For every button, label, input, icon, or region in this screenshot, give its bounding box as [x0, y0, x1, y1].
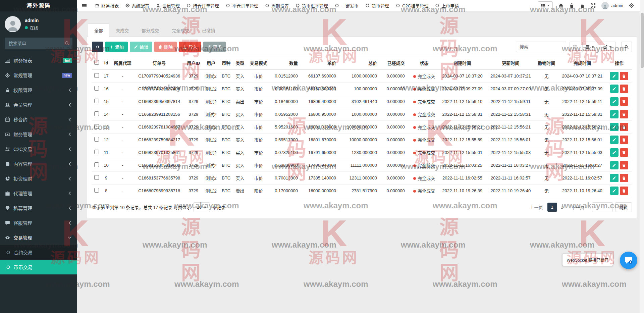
cell-price: 16791.650000 [303, 146, 341, 159]
topnav-item-exchange-rate[interactable]: 货币汇率管理 [292, 0, 331, 11]
import-button[interactable]: 导入 [179, 42, 201, 52]
table-search-input[interactable] [516, 42, 566, 52]
row-edit-button[interactable] [610, 174, 619, 182]
select-all-cell [92, 56, 101, 70]
cell-status: 完全成交 [410, 134, 438, 146]
row-checkbox[interactable] [94, 175, 99, 180]
select-all-checkbox[interactable] [94, 60, 99, 65]
topnav-item-position-order[interactable]: 持仓订单管理 [183, 0, 222, 11]
export-button[interactable] [600, 42, 616, 52]
tab-partial[interactable]: 部分成交 [135, 23, 165, 37]
toggle-view-button[interactable] [570, 42, 580, 52]
page-size-dropdown[interactable]: 10 [193, 202, 210, 212]
more-button[interactable]: 更多 [203, 42, 226, 52]
settings-gear-icon[interactable] [629, 3, 634, 8]
tab-filled[interactable]: 完全成交 [165, 23, 196, 37]
sidebar-item-second-contract[interactable]: 秒合约 [0, 112, 77, 127]
topnav-item-finance-report[interactable]: 财务报表 [92, 0, 122, 11]
row-delete-button[interactable] [620, 161, 628, 169]
chat-widget-button[interactable] [620, 252, 637, 269]
topnav-username[interactable]: admin [611, 3, 623, 8]
search-icon[interactable] [65, 41, 69, 46]
fullscreen-icon[interactable] [591, 3, 596, 8]
jump-button[interactable]: 跳转 [615, 202, 632, 212]
row-delete-button[interactable] [620, 97, 628, 106]
row-edit-button[interactable] [610, 187, 619, 195]
add-button[interactable]: 添加 [105, 42, 128, 52]
row-checkbox[interactable] [94, 137, 99, 142]
row-delete-button[interactable] [620, 148, 628, 157]
row-checkbox[interactable] [94, 162, 99, 167]
table-row: 13-C16682397810849673729测试2BTC买入市价5.9520… [92, 121, 632, 134]
lock-screen-icon[interactable] [580, 3, 585, 8]
sidebar-item-private-fund[interactable]: 私募管理 [0, 201, 77, 215]
column-header-side: 类型 [233, 56, 247, 70]
sidebar-item-general[interactable]: 常规管理new [0, 68, 77, 83]
row-delete-button[interactable] [620, 72, 628, 80]
row-edit-button[interactable] [610, 110, 619, 118]
tab-unfilled[interactable]: 未成交 [109, 23, 135, 37]
row-delete-button[interactable] [620, 85, 628, 93]
sidebar-item-finance-report[interactable]: 财务报表hot [0, 53, 77, 68]
scrollbar-thumb[interactable] [641, 13, 644, 68]
sidebar-subitem-coin-trade[interactable]: 币币交易 [0, 260, 77, 274]
sidebar-item-trade[interactable]: 交易管理 [0, 230, 77, 245]
tab-all[interactable]: 全部 [88, 23, 109, 37]
delete-button[interactable]: 删除 [154, 42, 177, 52]
home-icon[interactable] [558, 3, 564, 8]
row-edit-button[interactable] [610, 161, 619, 169]
next-page-button[interactable]: 下一页 [568, 202, 588, 212]
topnav-item-currency[interactable]: 货币管理 [362, 0, 392, 11]
row-checkbox[interactable] [94, 86, 99, 91]
row-delete-button[interactable] [620, 123, 628, 131]
row-edit-button[interactable] [610, 148, 619, 157]
row-checkbox[interactable] [94, 99, 99, 103]
row-edit-button[interactable] [610, 85, 619, 93]
row-checkbox[interactable] [94, 73, 99, 78]
edit-button[interactable]: 编辑 [130, 42, 152, 52]
row-edit-button[interactable] [610, 136, 619, 144]
sidebar-item-member[interactable]: 会员管理 [0, 97, 77, 112]
row-checkbox[interactable] [94, 124, 99, 129]
topnav-item-c2c-order[interactable]: C2C挂单管理 [392, 0, 432, 11]
row-delete-button[interactable] [620, 174, 628, 182]
menu-search-input[interactable] [5, 38, 72, 49]
topnav-item-close-order[interactable]: 平仓订单管理 [222, 0, 262, 11]
row-delete-button[interactable] [620, 110, 628, 118]
row-edit-button[interactable] [610, 72, 619, 80]
search-button[interactable] [621, 42, 632, 52]
sidebar-item-content[interactable]: 内容管理 [0, 156, 77, 171]
sidebar-item-agent[interactable]: 代理管理 [0, 186, 77, 201]
topnav-item-coin-listing[interactable]: 上币申请 [432, 0, 462, 11]
page-button-1[interactable]: 1 [547, 203, 557, 212]
sidebar-subitem-contract-trade[interactable]: 合约交易 [0, 245, 77, 260]
hamburger-icon[interactable] [82, 3, 87, 8]
topnav-item-system-config[interactable]: 系统配置 [122, 0, 153, 11]
page-button-2[interactable]: 2 [557, 203, 567, 212]
refresh-button[interactable] [92, 42, 103, 52]
row-checkbox[interactable] [94, 188, 99, 193]
clear-cache-icon[interactable] [569, 3, 574, 8]
sidebar-item-permission[interactable]: 权限管理 [0, 83, 77, 97]
row-edit-button[interactable] [610, 97, 619, 106]
columns-button[interactable] [582, 42, 598, 52]
topnav-item-one-key-coin[interactable]: 一键发币 [331, 0, 362, 11]
cell-mode: 市价 [247, 70, 270, 83]
jump-page-input[interactable] [592, 202, 613, 212]
prev-page-button[interactable]: 上一页 [526, 202, 546, 212]
row-checkbox[interactable] [94, 150, 99, 154]
sidebar-item-c2c[interactable]: C2C交易 [0, 142, 77, 156]
tab-cancelled[interactable]: 已撤销 [196, 23, 221, 37]
topnav-item-member[interactable]: 会员管理 [153, 0, 183, 11]
topnav-avatar[interactable] [601, 2, 609, 9]
topnav-item-period[interactable]: 周期设置 [262, 0, 292, 11]
row-checkbox[interactable] [94, 111, 99, 116]
row-delete-button[interactable] [620, 136, 628, 144]
page-scrollbar[interactable] [640, 0, 644, 313]
sidebar-item-finance[interactable]: 财务管理 [0, 127, 77, 142]
row-edit-button[interactable] [610, 123, 619, 131]
sidebar-item-investment[interactable]: 投资理财 [0, 171, 77, 186]
row-delete-button[interactable] [620, 187, 628, 195]
sidebar-item-customer-service[interactable]: 客服管理 [0, 215, 77, 230]
nav-menu-dropdown[interactable] [538, 1, 553, 10]
